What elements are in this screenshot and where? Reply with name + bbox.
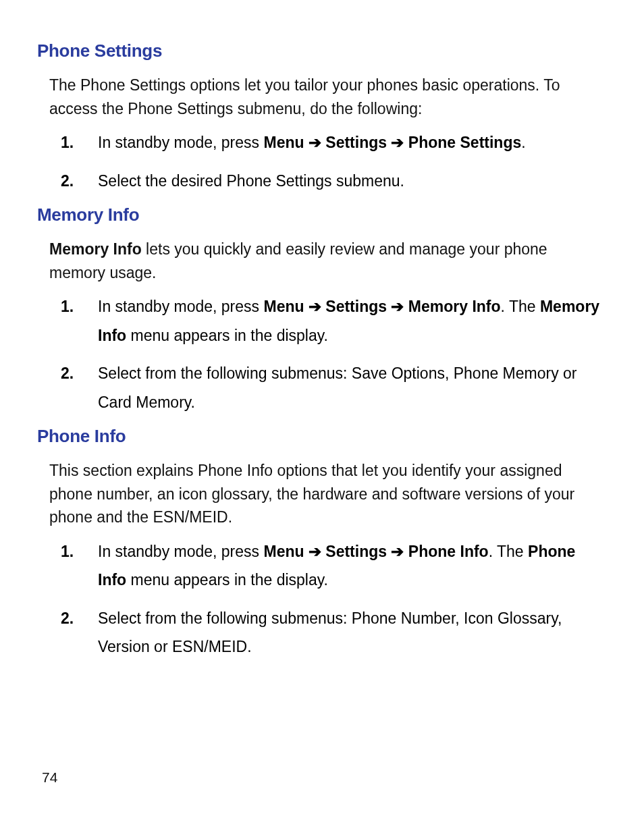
- section-phone-settings: Phone Settings The Phone Settings option…: [37, 40, 607, 195]
- arrow-icon: ➔: [304, 298, 326, 315]
- intro-phone-settings: The Phone Settings options let you tailo…: [37, 74, 607, 120]
- heading-phone-info: Phone Info: [37, 426, 607, 447]
- list-item: 1. In standby mode, press Menu ➔ Setting…: [37, 292, 607, 350]
- target-label: Memory Info: [408, 298, 501, 315]
- text-fragment: In standby mode, press: [98, 298, 263, 315]
- section-memory-info: Memory Info Memory Info lets you quickly…: [37, 205, 607, 416]
- text-fragment: In standby mode, press: [98, 543, 263, 560]
- step-number: 1.: [61, 537, 98, 595]
- text-fragment: In standby mode, press: [98, 134, 263, 151]
- settings-label: Settings: [325, 543, 387, 560]
- arrow-icon: ➔: [387, 134, 408, 151]
- arrow-icon: ➔: [304, 134, 326, 151]
- step-text: In standby mode, press Menu ➔ Settings ➔…: [98, 128, 607, 157]
- step-number: 2.: [61, 167, 98, 196]
- step-text: In standby mode, press Menu ➔ Settings ➔…: [98, 292, 607, 350]
- settings-label: Settings: [325, 134, 387, 151]
- list-item: 2. Select from the following submenus: P…: [37, 604, 607, 661]
- list-item: 1. In standby mode, press Menu ➔ Setting…: [37, 128, 607, 157]
- arrow-icon: ➔: [387, 298, 408, 315]
- page-number: 74: [42, 769, 57, 786]
- text-fragment: . The: [489, 543, 528, 560]
- list-item: 1. In standby mode, press Menu ➔ Setting…: [37, 537, 607, 595]
- text-fragment: . The: [501, 298, 540, 315]
- step-text: In standby mode, press Menu ➔ Settings ➔…: [98, 537, 607, 595]
- step-text: Select from the following submenus: Save…: [98, 359, 607, 416]
- arrow-icon: ➔: [387, 543, 408, 560]
- step-number: 1.: [61, 292, 98, 350]
- step-text: Select from the following submenus: Phon…: [98, 604, 607, 661]
- text-fragment: menu appears in the display.: [126, 571, 328, 589]
- list-phone-info: 1. In standby mode, press Menu ➔ Setting…: [37, 537, 607, 661]
- target-label: Phone Settings: [408, 134, 521, 151]
- menu-label: Menu: [263, 298, 304, 315]
- menu-label: Menu: [263, 134, 304, 151]
- intro-memory-info: Memory Info lets you quickly and easily …: [37, 238, 607, 284]
- list-item: 2. Select from the following submenus: S…: [37, 359, 607, 416]
- list-phone-settings: 1. In standby mode, press Menu ➔ Setting…: [37, 128, 607, 195]
- settings-label: Settings: [325, 298, 387, 315]
- menu-label: Menu: [263, 543, 304, 560]
- target-label: Phone Info: [408, 543, 489, 560]
- intro-phone-info: This section explains Phone Info options…: [37, 459, 607, 529]
- arrow-icon: ➔: [304, 543, 326, 560]
- step-number: 1.: [61, 128, 98, 157]
- heading-phone-settings: Phone Settings: [37, 40, 607, 61]
- text-fragment: .: [521, 134, 525, 151]
- text-fragment: menu appears in the display.: [126, 327, 328, 344]
- list-memory-info: 1. In standby mode, press Menu ➔ Setting…: [37, 292, 607, 416]
- list-item: 2. Select the desired Phone Settings sub…: [37, 167, 607, 196]
- step-number: 2.: [61, 359, 98, 416]
- section-phone-info: Phone Info This section explains Phone I…: [37, 426, 607, 661]
- text-bold: Memory Info: [49, 240, 142, 258]
- step-number: 2.: [61, 604, 98, 661]
- step-text: Select the desired Phone Settings submen…: [98, 167, 607, 196]
- heading-memory-info: Memory Info: [37, 205, 607, 225]
